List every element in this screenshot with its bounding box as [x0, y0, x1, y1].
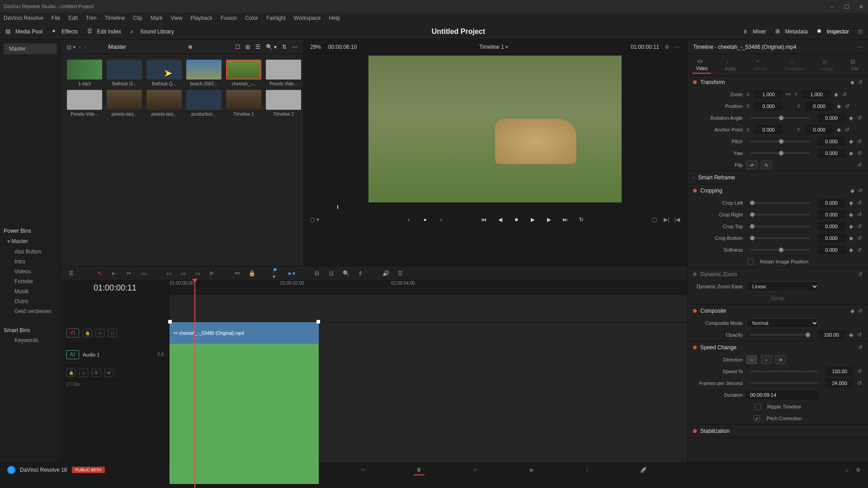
pitch-corr-checkbox[interactable]: ✓ [754, 415, 760, 422]
section-speed[interactable]: Speed Change ↺ [688, 341, 868, 354]
page-fusion-icon[interactable]: ⚛ [470, 465, 481, 475]
inspector-more-icon[interactable]: ⋯ [857, 44, 863, 50]
metadata-toggle[interactable]: ⊞Metadata [775, 28, 808, 35]
bin-videos[interactable]: Videos [4, 267, 57, 277]
pos-y-input[interactable] [805, 102, 833, 111]
reset-icon[interactable]: ↺ [857, 211, 863, 218]
mixer-icon[interactable]: ☰ [396, 269, 405, 278]
page-cut-icon[interactable]: ✂ [358, 465, 368, 475]
duration-input[interactable] [746, 390, 819, 399]
tab-video[interactable]: ▭Video [693, 56, 711, 74]
flip-h-button[interactable]: ⇄ [746, 160, 757, 169]
media-item[interactable]: Timeline 1 [226, 90, 262, 117]
rotation-slider[interactable] [750, 117, 810, 119]
go-prev-icon[interactable]: |◀ [675, 216, 680, 223]
section-stabilization[interactable]: Stabilization [688, 425, 868, 437]
minimize-button[interactable]: ─ [830, 4, 835, 9]
bin-intro[interactable]: Intro [4, 257, 57, 267]
audio-solo-icon[interactable]: S [92, 369, 101, 377]
v1-label[interactable]: V1 [66, 328, 79, 338]
menu-timeline[interactable]: Timeline [104, 15, 125, 21]
zoom-in-icon[interactable]: 🔍 [341, 269, 350, 278]
menu-davinciresolve[interactable]: DaVinci Resolve [4, 15, 43, 21]
reset-icon[interactable]: ↺ [858, 271, 863, 277]
keyframe-icon[interactable]: ◆ [849, 150, 854, 156]
flip-v-button[interactable]: ⇅ [761, 160, 772, 169]
keyframe-icon[interactable]: ◆ [849, 200, 854, 206]
menu-help[interactable]: Help [329, 15, 340, 21]
crop-left-slider[interactable] [750, 202, 810, 204]
reset-icon[interactable]: ↺ [858, 79, 863, 85]
comp-mode-select[interactable]: Normal [746, 318, 819, 328]
softness-input[interactable] [817, 245, 845, 254]
effects-toggle[interactable]: ✦Effects [52, 28, 78, 35]
reset-icon[interactable]: ↺ [857, 368, 863, 375]
playhead[interactable] [194, 281, 195, 488]
trim-tool-icon[interactable]: ⫦ [110, 269, 119, 278]
menu-workspace[interactable]: Workspace [294, 15, 321, 21]
media-item[interactable]: pexels-tary... [146, 90, 182, 117]
grid-view-icon[interactable]: ⊞ [245, 44, 250, 50]
inspector-toggle[interactable]: ✱Inspector [817, 28, 849, 35]
crop-top-slider[interactable] [750, 225, 810, 227]
tab-transition[interactable]: ◫Transition [780, 56, 807, 73]
reset-icon[interactable]: ↺ [857, 380, 863, 386]
menu-clip[interactable]: Clip [133, 15, 142, 21]
dz-ease-select[interactable]: Linear [746, 282, 819, 291]
media-item[interactable]: Timeline 2 [265, 90, 302, 117]
ripple-icon[interactable]: ⫸ [208, 269, 217, 278]
loop-icon[interactable]: ↻ [577, 216, 585, 224]
reset-icon[interactable]: ↺ [857, 223, 863, 230]
keyframe-icon[interactable]: ◆ [849, 211, 854, 218]
reset-icon[interactable]: ↺ [845, 127, 850, 133]
crop-right-input[interactable] [817, 210, 845, 219]
anchor-x-input[interactable] [755, 125, 783, 134]
timeline-ruler[interactable]: 01:00:00:00 01:00:02:00 01:00:04:00 [170, 281, 687, 295]
reset-icon[interactable]: ↺ [857, 332, 863, 338]
retain-checkbox[interactable] [747, 258, 754, 265]
media-item[interactable]: Pexels Vide... [265, 60, 302, 86]
yaw-slider[interactable] [750, 152, 810, 154]
audio-auto-icon[interactable]: ◇ [79, 369, 88, 377]
tab-effects[interactable]: ✦Effects [750, 56, 770, 73]
media-item[interactable]: 1.mp3 [66, 60, 103, 86]
stop-icon[interactable]: ■ [512, 216, 520, 224]
overlay-icon[interactable]: ▢ ▾ [310, 216, 319, 223]
close-button[interactable]: ✕ [859, 4, 864, 9]
keyframe-icon[interactable]: ◆ [834, 91, 839, 98]
dir-rev-button[interactable]: « [761, 355, 772, 364]
reset-icon[interactable]: ↺ [857, 247, 863, 253]
section-composite[interactable]: Composite ◆↺ [688, 305, 868, 317]
crop-bottom-input[interactable] [817, 234, 845, 243]
audio-icon[interactable]: 🔊 [381, 269, 390, 278]
menu-color[interactable]: Color [245, 15, 258, 21]
blade-tool-icon[interactable]: ✂ [124, 269, 133, 278]
sort-icon[interactable]: ⇅ [282, 44, 287, 50]
power-bin-master[interactable]: ▾ Master [4, 236, 57, 247]
maximize-button[interactable]: ☐ [844, 4, 850, 9]
pitch-slider[interactable] [750, 141, 810, 142]
a1-label[interactable]: A1 [66, 350, 79, 359]
power-bins-header[interactable]: Power Bins [4, 226, 57, 236]
keyframe-icon[interactable]: ◆ [837, 127, 841, 133]
reset-icon[interactable]: ↺ [858, 344, 863, 351]
crop-right-slider[interactable] [750, 214, 810, 216]
prev-edit-icon[interactable]: ‹ [405, 216, 413, 224]
marker-icon[interactable]: ● ▾ [287, 269, 296, 278]
bin-abo[interactable]: Abo Button [4, 247, 57, 257]
bin-keywords[interactable]: Keywords [4, 335, 57, 345]
track-lock-icon[interactable]: 🔒 [83, 329, 92, 337]
search-icon[interactable]: 🔍 ▾ [266, 44, 277, 50]
reset-icon[interactable]: ↺ [857, 200, 863, 206]
opacity-input[interactable] [817, 330, 845, 339]
media-item[interactable]: cheetah_-... [226, 60, 262, 86]
viewer-zoom[interactable]: 29% [310, 44, 321, 50]
audio-mute-icon[interactable]: M [104, 369, 113, 377]
timeline-tracks[interactable]: ⚯ cheetah_-_53486 (Original).mp4 [170, 295, 687, 462]
keyframe-icon[interactable]: ◆ [849, 115, 854, 121]
dir-freeze-button[interactable]: ❄ [775, 355, 786, 364]
list-view-icon[interactable]: ☰ [255, 44, 260, 50]
video-clip[interactable]: ⚯ cheetah_-_53486 (Original).mp4 [170, 322, 319, 344]
menu-file[interactable]: File [52, 15, 60, 21]
media-pool-toggle[interactable]: ▤Media Pool [5, 28, 42, 35]
